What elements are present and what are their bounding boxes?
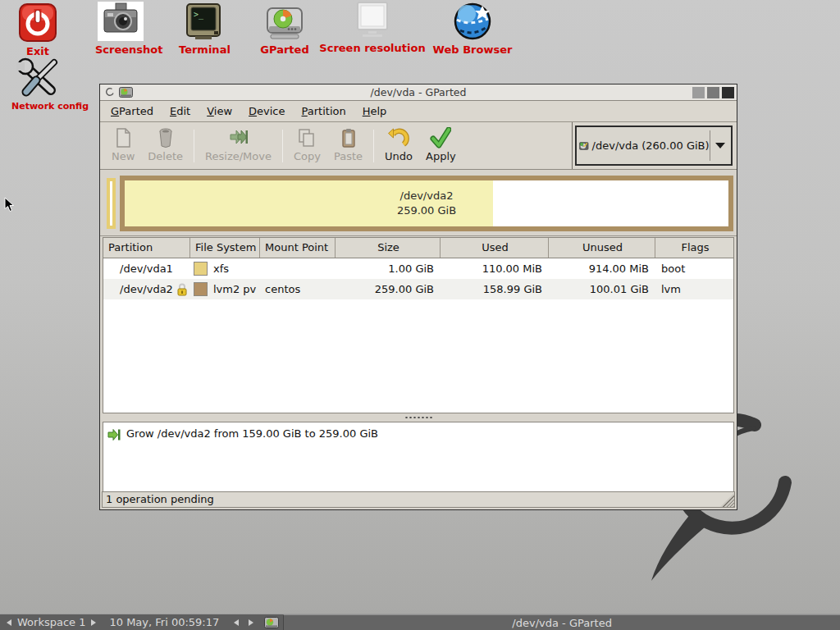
toolbar-separator (373, 130, 374, 162)
workspace-label: Workspace 1 (17, 616, 85, 628)
desktop-icon-web-browser[interactable]: Web Browser (423, 2, 522, 56)
delete-icon (155, 127, 176, 148)
partition-size: 259.00 GiB (397, 203, 456, 218)
toolbar-separator (194, 130, 194, 162)
monitor-icon (352, 2, 393, 39)
splitter-handle-dots (404, 416, 432, 419)
menu-view[interactable]: View (199, 102, 240, 121)
new-partition-icon (112, 127, 134, 148)
power-icon (17, 3, 58, 43)
desktop-icon-label: Screenshot (95, 43, 146, 56)
taskbar-task-gparted[interactable]: /dev/vda - GParted (283, 614, 840, 630)
status-text: 1 operation pending (106, 493, 214, 505)
device-path: /dev/vda (592, 139, 639, 152)
minimize-button[interactable] (692, 87, 705, 98)
desktop-icon-screen-resolution[interactable]: Screen resolution (317, 2, 428, 54)
workspace-prev-arrow[interactable] (7, 619, 11, 626)
paste-icon (338, 127, 359, 148)
table-header-row: Partition File System Mount Point Size U… (103, 238, 733, 258)
taskbar-gparted-icon (264, 617, 279, 628)
copy-icon (296, 127, 317, 148)
table-row-vda1[interactable]: /dev/vda1 xfs 1.00 GiB 110.00 MiB 914.00… (103, 258, 733, 279)
col-partition[interactable]: Partition (103, 238, 190, 258)
terminal-icon: >_ (184, 3, 223, 41)
menu-edit[interactable]: Edit (162, 102, 199, 121)
resize-grip[interactable] (720, 493, 734, 507)
taskbar: Workspace 1 10 May, Fri 00:59:17 /dev/vd… (0, 614, 840, 630)
grow-operation-icon (107, 428, 121, 441)
menu-help[interactable]: Help (354, 102, 395, 121)
taskbar-clock: 10 May, Fri 00:59:17 (109, 616, 219, 628)
window-next-arrow[interactable] (249, 619, 253, 626)
desktop-icon-screenshot[interactable]: Screenshot (95, 2, 146, 56)
undo-icon (388, 127, 409, 148)
table-row-vda2[interactable]: /dev/vda2 lvm2 pv centos 259.00 GiB 158.… (103, 279, 733, 299)
col-size[interactable]: Size (336, 238, 441, 258)
operation-text: Grow /dev/vda2 from 159.00 GiB to 259.00… (126, 427, 378, 440)
chevron-down-icon (715, 143, 725, 148)
partition-visual-vda2[interactable]: /dev/vda2 259.00 GiB (120, 176, 733, 231)
toolbar-separator (282, 130, 283, 162)
menu-bar: GParted Edit View Device Partition Help (100, 101, 737, 122)
menu-partition[interactable]: Partition (294, 102, 354, 121)
desktop-icon-gparted[interactable]: GParted (259, 5, 310, 56)
menu-device[interactable]: Device (240, 102, 293, 121)
disk-icon (579, 136, 589, 156)
desktop-icon-label: Exit (15, 45, 61, 57)
window-prev-arrow[interactable] (234, 619, 239, 626)
camera-icon (98, 2, 144, 41)
partition-name: /dev/vda2 (400, 189, 454, 203)
gparted-drive-icon (266, 5, 304, 41)
device-selector[interactable]: /dev/vda (260.00 GiB) (575, 126, 733, 166)
lock-icon (176, 282, 188, 296)
device-size: (260.00 GiB) (641, 139, 709, 152)
col-mountpoint[interactable]: Mount Point (260, 238, 336, 258)
svg-text:>_: >_ (194, 10, 204, 20)
partition-visual-vda1[interactable] (107, 178, 116, 229)
mouse-cursor (4, 197, 15, 212)
partition-visual-area: /dev/vda2 259.00 GiB (100, 170, 737, 236)
undo-button[interactable]: Undo (378, 126, 419, 162)
desktop-icon-terminal[interactable]: >_ Terminal (179, 3, 228, 56)
resize-move-icon (228, 127, 249, 148)
desktop-icon-label: Screen resolution (317, 42, 428, 54)
desktop-icon-label: Terminal (179, 43, 228, 56)
close-button[interactable] (722, 87, 734, 98)
toolbar-right-separator (572, 122, 573, 169)
desktop-icon-exit[interactable]: Exit (15, 3, 61, 57)
operations-pane: Grow /dev/vda2 from 159.00 GiB to 259.00… (103, 422, 734, 492)
paste-button[interactable]: Paste (327, 126, 369, 162)
desktop-icon-label: Web Browser (423, 43, 522, 56)
col-flags[interactable]: Flags (655, 238, 733, 258)
desktop-icon-label: GParted (259, 43, 310, 56)
pane-splitter[interactable] (103, 413, 734, 422)
apply-button[interactable]: Apply (419, 126, 463, 162)
resize-move-button[interactable]: Resize/Move (199, 126, 278, 162)
gparted-window: /dev/vda - GParted GParted Edit View Dev… (99, 84, 737, 510)
col-unused[interactable]: Unused (549, 238, 655, 258)
maximize-button[interactable] (707, 87, 719, 98)
new-button[interactable]: New (105, 126, 141, 162)
workspace-next-arrow[interactable] (91, 619, 96, 626)
copy-button[interactable]: Copy (287, 126, 327, 162)
title-bar[interactable]: /dev/vda - GParted (100, 84, 737, 101)
col-used[interactable]: Used (441, 238, 549, 258)
tools-icon (16, 57, 62, 98)
desktop-icon-label: Network config (11, 101, 67, 112)
status-bar: 1 operation pending (102, 491, 735, 508)
delete-button[interactable]: Delete (141, 126, 189, 162)
toolbar: New Delete Resize/Move Copy (100, 122, 737, 170)
desktop-icon-network-config[interactable]: Network config (11, 57, 67, 112)
filesystem-color-swatch (194, 262, 208, 276)
globe-icon (451, 2, 494, 41)
window-title: /dev/vda - GParted (100, 86, 737, 98)
apply-check-icon (430, 127, 451, 148)
partition-list: Partition File System Mount Point Size U… (103, 237, 734, 413)
col-filesystem[interactable]: File System (190, 238, 260, 258)
menu-gparted[interactable]: GParted (103, 102, 162, 121)
filesystem-color-swatch (194, 282, 208, 296)
